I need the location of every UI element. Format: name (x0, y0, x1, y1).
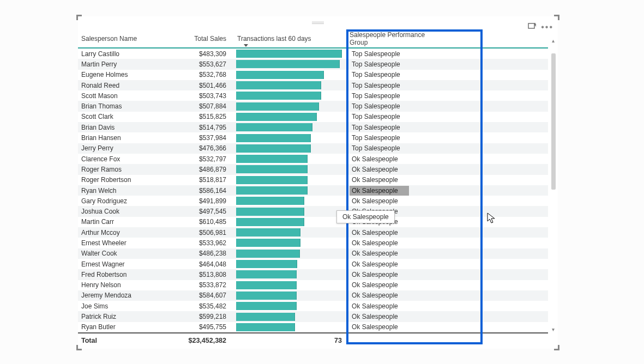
cell-name: Roger Robertson (78, 176, 138, 184)
data-bar (236, 292, 297, 300)
data-bar (236, 165, 308, 173)
cell-transactions-bar (236, 323, 344, 331)
table-row[interactable]: Joshua Cook$497,545Ok Salespeople (78, 206, 548, 216)
more-options-icon[interactable]: ••• (541, 25, 553, 30)
cell-group: Top Salespeople (344, 50, 437, 58)
cell-sales: $486,238 (138, 250, 236, 257)
cell-transactions-bar (236, 281, 344, 289)
cell-transactions-bar (236, 292, 344, 300)
cell-sales: $495,755 (138, 323, 236, 331)
data-bar (236, 176, 308, 184)
cell-transactions-bar (236, 50, 344, 58)
cell-sales: $537,984 (138, 134, 236, 142)
cell-sales: $497,545 (138, 208, 236, 215)
data-bar (236, 60, 340, 68)
data-bar (236, 239, 300, 247)
table-row[interactable]: Arthur Mccoy$506,981Ok Salespeople (78, 227, 548, 238)
table-row[interactable]: Gary Rodriguez$491,899Ok Salespeople (78, 196, 548, 206)
table-row[interactable]: Larry Castillo$483,309Top Salespeople (78, 48, 548, 59)
sort-descending-icon (244, 44, 248, 47)
resize-handle-tl[interactable] (76, 15, 82, 20)
cell-transactions-bar (236, 71, 344, 79)
cell-sales: $584,607 (138, 292, 236, 299)
svg-rect-0 (528, 23, 534, 28)
table-row[interactable]: Patrick Ruiz$599,218Ok Salespeople (78, 311, 548, 321)
table-row[interactable]: Jerry Perry$476,366Top Salespeople (78, 143, 548, 154)
table-row[interactable]: Martin Perry$553,627Top Salespeople (78, 59, 548, 69)
table-row[interactable]: Henry Nelson$533,872Ok Salespeople (78, 280, 548, 290)
scroll-up-icon[interactable]: ▴ (550, 38, 556, 44)
total-sales: $23,452,382 (138, 337, 236, 344)
data-bar (236, 228, 300, 236)
data-bar (236, 208, 304, 216)
table-row[interactable]: Walter Cook$486,238Ok Salespeople (78, 248, 548, 259)
table-row[interactable]: Roger Robertson$518,817Ok Salespeople (78, 175, 548, 185)
table-row[interactable]: Eugene Holmes$532,768Top Salespeople (78, 70, 548, 80)
cell-sales: $486,879 (138, 166, 236, 173)
table-row[interactable]: Brian Hansen$537,984Top Salespeople (78, 132, 548, 143)
cell-name: Scott Mason (78, 92, 138, 100)
table-row[interactable]: Ryan Welch$586,164Ok Salespeople (78, 185, 548, 196)
cell-transactions-bar (236, 313, 344, 321)
data-bar (236, 102, 319, 111)
cell-sales: $515,825 (138, 113, 236, 120)
cell-name: Brian Thomas (78, 102, 138, 110)
table-row[interactable]: Clarence Fox$532,797Ok Salespeople (78, 154, 548, 164)
cell-group: Ok Salespeople (344, 260, 437, 268)
cell-transactions-bar (236, 250, 344, 258)
cell-group: Ok Salespeople (344, 323, 437, 331)
scroll-thumb[interactable] (551, 53, 556, 190)
table-row[interactable]: Ernest Wheeler$533,962Ok Salespeople (78, 238, 548, 248)
cell-group: Ok Salespeople (344, 229, 437, 236)
col-header-transactions[interactable]: Transactions last 60 days (236, 35, 344, 43)
table-row[interactable]: Roger Ramos$486,879Ok Salespeople (78, 164, 548, 174)
tooltip: Ok Salespeople (336, 210, 395, 223)
cell-transactions-bar (236, 165, 344, 173)
scroll-down-icon[interactable]: ▾ (550, 327, 556, 332)
cell-transactions-bar (236, 302, 344, 310)
cell-group: Ok Salespeople (344, 281, 437, 289)
table-row[interactable]: Brian Davis$514,795Top Salespeople (78, 122, 548, 132)
cell-name: Brian Hansen (78, 134, 138, 142)
cell-sales: $501,466 (138, 82, 236, 89)
table-row[interactable]: Brian Thomas$507,884Top Salespeople (78, 101, 548, 111)
cell-group: Ok Salespeople (344, 250, 437, 257)
table-row[interactable]: Ryan Butler$495,755Ok Salespeople (78, 322, 548, 332)
table-row[interactable]: Ronald Reed$501,466Top Salespeople (78, 80, 548, 90)
cell-transactions-bar (236, 228, 344, 236)
vertical-scrollbar[interactable]: ▴ ▾ (550, 38, 557, 332)
cell-sales: $532,797 (138, 155, 236, 163)
drag-grip-icon[interactable] (312, 22, 324, 24)
cell-transactions-bar (236, 123, 344, 131)
cell-sales: $483,309 (138, 50, 236, 58)
table-row[interactable]: Scott Clark$515,825Top Salespeople (78, 112, 548, 122)
data-bar (236, 313, 295, 321)
cell-group: Top Salespeople (344, 71, 437, 78)
cell-name: Arthur Mccoy (78, 229, 138, 236)
cell-sales: $514,795 (138, 124, 236, 131)
cell-sales: $610,485 (138, 218, 236, 226)
table-row[interactable]: Scott Mason$503,743Top Salespeople (78, 90, 548, 101)
table-row[interactable]: Fred Robertson$513,808Ok Salespeople (78, 269, 548, 280)
data-bar (236, 144, 311, 153)
col-header-group[interactable]: Salespeople Performance Group (344, 31, 437, 46)
data-bar (236, 186, 308, 195)
cell-sales: $506,981 (138, 229, 236, 236)
data-bar (236, 50, 342, 58)
cell-sales: $533,962 (138, 239, 236, 247)
table-row[interactable]: Martin Carr$610,485Ok Salespeople (78, 217, 548, 227)
col-header-name[interactable]: Salesperson Name (78, 35, 138, 43)
cell-name: Joe Sims (78, 302, 138, 310)
table-visual[interactable]: ••• Salesperson Name Total Sales Transac… (78, 16, 558, 349)
resize-handle-tr[interactable] (554, 15, 559, 20)
cell-transactions-bar (236, 102, 344, 111)
table-row[interactable]: Joe Sims$535,482Ok Salespeople (78, 301, 548, 311)
data-bar (236, 155, 308, 163)
cell-transactions-bar (236, 239, 344, 247)
table-row[interactable]: Ernest Wagner$464,048Ok Salespeople (78, 259, 548, 269)
cell-group: Ok Salespeople (344, 302, 437, 310)
col-header-sales[interactable]: Total Sales (138, 35, 236, 43)
resize-handle-br[interactable] (554, 345, 559, 350)
table-row[interactable]: Jeremy Mendoza$584,607Ok Salespeople (78, 290, 548, 301)
cell-sales: $535,482 (138, 302, 236, 310)
